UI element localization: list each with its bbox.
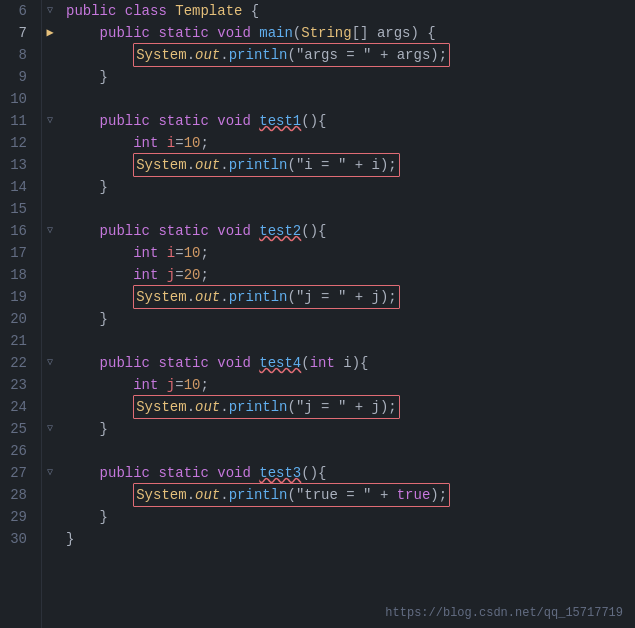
line-number: 9 <box>0 66 33 88</box>
highlighted-statement: System.out.println("true = " + true); <box>133 483 450 507</box>
code-line: } <box>66 506 635 528</box>
line-number: 21 <box>0 330 33 352</box>
fold-icon: ▽ <box>42 110 58 132</box>
gutter-empty <box>42 528 58 550</box>
line-number: 18 <box>0 264 33 286</box>
highlighted-statement: System.out.println("i = " + i); <box>133 153 399 177</box>
gutter-empty <box>42 88 58 110</box>
line-number: 17 <box>0 242 33 264</box>
line-number: 14 <box>0 176 33 198</box>
gutter-empty <box>42 308 58 330</box>
gutter-empty <box>42 44 58 66</box>
url-text: https://blog.csdn.net/qq_15717719 <box>385 606 623 620</box>
gutter-empty <box>42 66 58 88</box>
code-line: public static void test2(){ <box>66 220 635 242</box>
line-number: 8 <box>0 44 33 66</box>
code-line <box>66 330 635 352</box>
line-number: 29 <box>0 506 33 528</box>
code-line: } <box>66 418 635 440</box>
code-line <box>66 88 635 110</box>
code-line: } <box>66 308 635 330</box>
gutter-empty <box>42 374 58 396</box>
line-number: 15 <box>0 198 33 220</box>
gutter-empty <box>42 198 58 220</box>
code-line: } <box>66 66 635 88</box>
code-line <box>66 198 635 220</box>
line-number: 30 <box>0 528 33 550</box>
line-number: 6 <box>0 0 33 22</box>
line-number: 23 <box>0 374 33 396</box>
fold-icon: ▽ <box>42 0 58 22</box>
fold-icon: ▽ <box>42 462 58 484</box>
fold-icon: ▽ <box>42 352 58 374</box>
code-line: System.out.println("args = " + args); <box>66 44 635 66</box>
line-number: 7 <box>0 22 33 44</box>
code-area: public class Template { public static vo… <box>58 0 635 628</box>
line-number: 22 <box>0 352 33 374</box>
code-line: System.out.println("j = " + j); <box>66 286 635 308</box>
code-line: public class Template { <box>66 0 635 22</box>
line-number: 10 <box>0 88 33 110</box>
line-number: 25 <box>0 418 33 440</box>
gutter-empty <box>42 132 58 154</box>
code-line: int j=10; <box>66 374 635 396</box>
fold-icon: ▽ <box>42 220 58 242</box>
code-line: int i=10; <box>66 132 635 154</box>
gutter-empty <box>42 484 58 506</box>
code-line: } <box>66 176 635 198</box>
code-editor: 6789101112131415161718192021222324252627… <box>0 0 635 628</box>
gutter-empty <box>42 154 58 176</box>
line-number: 13 <box>0 154 33 176</box>
code-line: public static void test1(){ <box>66 110 635 132</box>
line-number: 24 <box>0 396 33 418</box>
gutter-empty <box>42 440 58 462</box>
fold-icon: ▽ <box>42 418 58 440</box>
debug-arrow-icon: ▶ <box>42 22 58 44</box>
line-number: 19 <box>0 286 33 308</box>
line-number: 27 <box>0 462 33 484</box>
code-line: } <box>66 528 635 550</box>
line-number: 20 <box>0 308 33 330</box>
highlighted-statement: System.out.println("j = " + j); <box>133 285 399 309</box>
gutter-empty <box>42 242 58 264</box>
line-numbers: 6789101112131415161718192021222324252627… <box>0 0 42 628</box>
code-line: System.out.println("true = " + true); <box>66 484 635 506</box>
gutter-empty <box>42 330 58 352</box>
line-number: 11 <box>0 110 33 132</box>
gutter-area: ▽▶▽▽▽▽▽ <box>42 0 58 628</box>
gutter-empty <box>42 506 58 528</box>
code-line: System.out.println("i = " + i); <box>66 154 635 176</box>
line-number: 12 <box>0 132 33 154</box>
code-line <box>66 440 635 462</box>
line-number: 28 <box>0 484 33 506</box>
gutter-empty <box>42 396 58 418</box>
gutter-empty <box>42 286 58 308</box>
highlighted-statement: System.out.println("j = " + j); <box>133 395 399 419</box>
code-line: System.out.println("j = " + j); <box>66 396 635 418</box>
code-line: int i=10; <box>66 242 635 264</box>
code-line: int j=20; <box>66 264 635 286</box>
line-number: 16 <box>0 220 33 242</box>
code-line: public static void test3(){ <box>66 462 635 484</box>
gutter-empty <box>42 176 58 198</box>
highlighted-statement: System.out.println("args = " + args); <box>133 43 450 67</box>
gutter-empty <box>42 264 58 286</box>
code-line: public static void main(String[] args) { <box>66 22 635 44</box>
code-line: public static void test4(int i){ <box>66 352 635 374</box>
line-number: 26 <box>0 440 33 462</box>
